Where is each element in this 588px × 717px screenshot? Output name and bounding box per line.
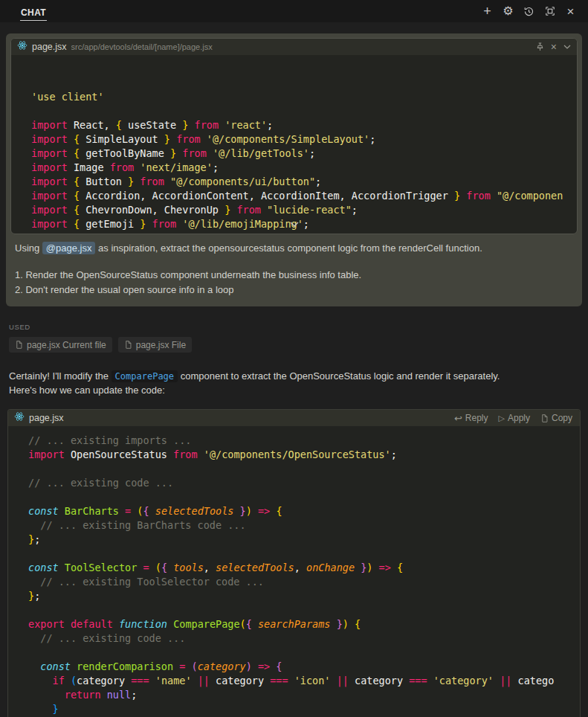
assistant-message-text: Certainly! I'll modify the ComparePage c… [9, 370, 579, 397]
open-in-editor-icon[interactable] [543, 4, 557, 19]
reply-button[interactable]: ↩ Reply [454, 413, 488, 424]
list-item: 1. Render the OpenSourceStatus component… [15, 268, 573, 283]
expand-code-chevron-icon[interactable] [290, 216, 299, 230]
copy-button[interactable]: Copy [540, 413, 572, 423]
user-message-text: Using @page.jsx as inspiration, extract … [15, 242, 573, 255]
react-file-icon [14, 411, 25, 425]
titlebar-actions: + ⚙ × [480, 4, 578, 19]
chat-panel-titlebar: CHAT + ⚙ × [0, 0, 588, 22]
assistant-code-header: page.jsx ↩ Reply ▷ Apply Copy [8, 410, 580, 426]
user-message-bubble: page.jsx src/app/devtools/detail/[name]/… [6, 33, 582, 306]
tab-chat[interactable]: CHAT [20, 2, 47, 21]
reply-icon: ↩ [454, 413, 462, 424]
react-file-icon [17, 40, 28, 54]
used-chip-file[interactable]: page.jsx File [118, 337, 192, 353]
play-icon: ▷ [498, 414, 504, 423]
apply-button[interactable]: ▷ Apply [498, 413, 530, 423]
list-item: 2. Don't render the usual open source in… [15, 283, 573, 298]
user-message-list: 1. Render the OpenSourceStatus component… [15, 268, 573, 298]
attached-file-name: page.jsx [32, 42, 67, 52]
attached-code-content: 'use client' import React, { useState } … [11, 55, 577, 234]
assistant-code-block: page.jsx ↩ Reply ▷ Apply Copy // ... exi… [7, 409, 581, 717]
collapse-chevron-icon[interactable] [563, 45, 571, 49]
assistant-code-file-name: page.jsx [29, 413, 64, 423]
copy-label: Copy [552, 413, 572, 423]
chip-label: page.jsx File [136, 340, 186, 350]
assistant-code-content: // ... existing imports ...import OpenSo… [8, 426, 580, 717]
attached-file-header[interactable]: page.jsx src/app/devtools/detail/[name]/… [11, 39, 577, 55]
new-chat-icon[interactable]: + [480, 4, 494, 19]
settings-gear-icon[interactable]: ⚙ [501, 4, 515, 19]
remove-attachment-icon[interactable]: × [551, 41, 557, 53]
used-label: USED [9, 323, 588, 331]
pin-icon[interactable] [536, 42, 544, 51]
history-icon[interactable] [522, 4, 536, 19]
used-chip-current-file[interactable]: page.jsx Current file [9, 337, 112, 353]
apply-label: Apply [508, 413, 530, 423]
reply-label: Reply [465, 413, 488, 423]
attached-file-path: src/app/devtools/detail/[name]/page.jsx [71, 42, 213, 51]
close-icon[interactable]: × [563, 4, 578, 19]
chip-label: page.jsx Current file [27, 340, 106, 350]
attached-file-card: page.jsx src/app/devtools/detail/[name]/… [10, 38, 578, 234]
copy-icon [540, 414, 549, 423]
used-chips: page.jsx Current file page.jsx File [9, 337, 588, 353]
